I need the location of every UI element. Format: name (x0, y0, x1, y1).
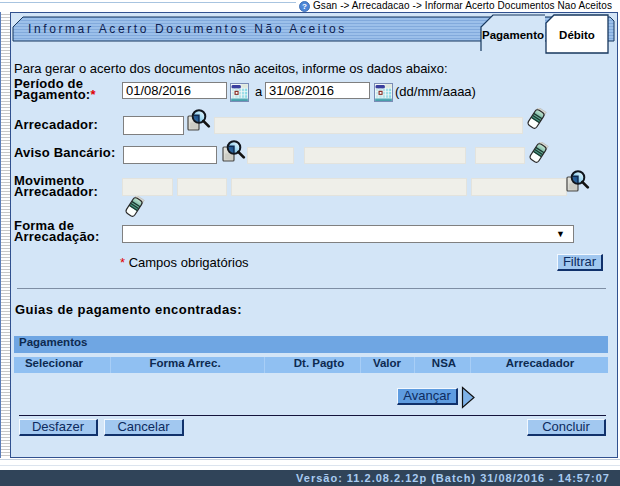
svg-text:?: ? (302, 2, 307, 11)
